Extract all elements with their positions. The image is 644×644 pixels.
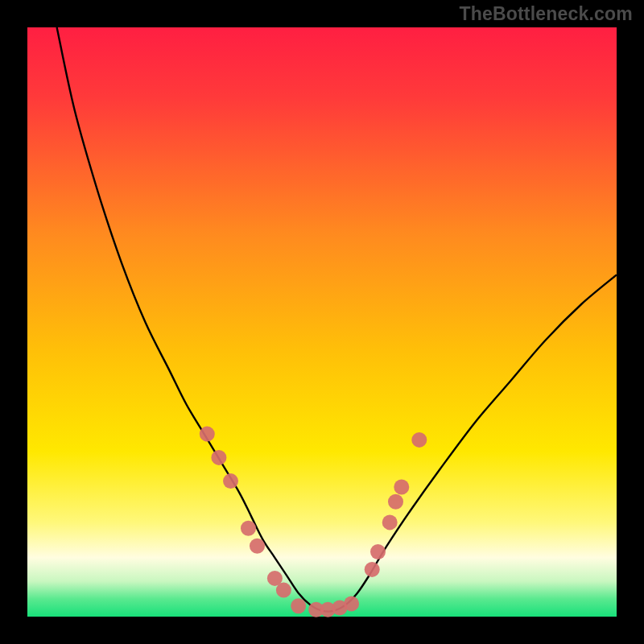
data-marker: [250, 539, 265, 554]
data-marker: [200, 427, 215, 442]
data-marker: [291, 598, 306, 613]
data-marker: [241, 521, 256, 536]
data-marker: [370, 544, 386, 559]
data-marker: [223, 473, 238, 489]
data-markers: [200, 427, 427, 617]
data-marker: [382, 514, 398, 530]
data-marker: [276, 583, 291, 598]
data-marker: [344, 596, 359, 611]
data-marker: [388, 494, 403, 510]
bottleneck-curve: [57, 27, 617, 612]
chart-frame: TheBottleneck.com: [0, 0, 644, 644]
plot-area: [27, 27, 617, 617]
data-marker: [394, 480, 409, 495]
data-marker: [411, 432, 427, 448]
watermark: TheBottleneck.com: [459, 3, 633, 25]
chart-svg: [27, 27, 617, 617]
data-marker: [211, 450, 226, 465]
data-marker: [365, 562, 380, 577]
